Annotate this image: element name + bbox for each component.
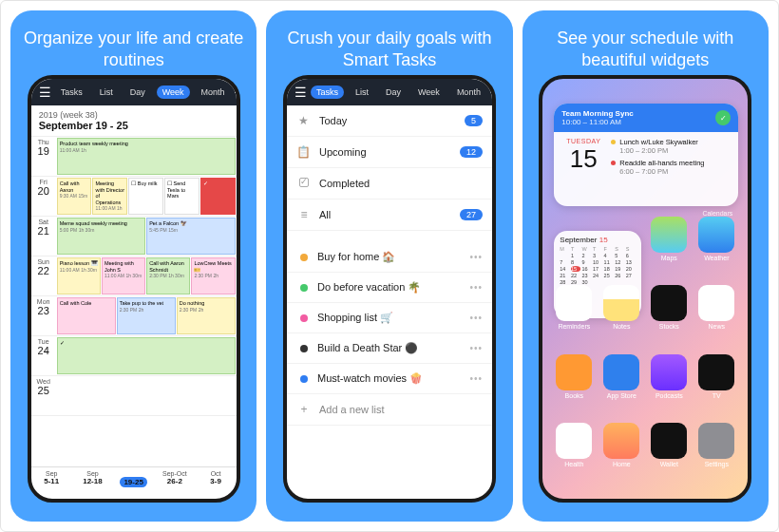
phone-mockup-week: ☰ TasksListDayWeekMonth + 2019 (week 38)… (28, 75, 240, 503)
app-app-store[interactable]: App Store (601, 354, 641, 415)
count-badge: 12 (460, 146, 483, 158)
app-news[interactable]: News (696, 285, 736, 346)
app-icon (556, 423, 592, 459)
widget-event[interactable]: Lunch w/Luke Skywalker1:00 – 2:00 PM (611, 138, 732, 155)
week-footer[interactable]: Sep5-11Sep12-18Sep19-25Sep-Oct26-2Oct3-9 (31, 466, 237, 499)
app-icon (698, 217, 734, 253)
week-selector[interactable]: Sep12-18 (72, 467, 113, 499)
caption: Crush your daily goals with Smart Tasks (266, 24, 512, 75)
event-block[interactable]: Product team weekly meeting11:00 AM 1h (57, 138, 236, 175)
event-block[interactable]: Meeting with John S11:00 AM 1h 30m (102, 257, 145, 294)
event-block[interactable]: ☐ Send Tesla to Mars (164, 178, 200, 215)
promo-panel-3: See your schedule with beautiful widgets… (522, 10, 769, 522)
day-label: Wed25 (31, 376, 56, 415)
app-settings[interactable]: Settings (696, 423, 736, 484)
app-wallet[interactable]: Wallet (649, 423, 689, 484)
app-tv[interactable]: TV (696, 354, 736, 415)
user-list[interactable]: Shopping list 🛒••• (287, 303, 492, 333)
app-podcasts[interactable]: Podcasts (649, 354, 689, 415)
app-icon (556, 354, 592, 390)
more-icon[interactable]: ••• (469, 313, 483, 323)
event-block[interactable]: Piano lesson 🎹11:00 AM 1h 30m (57, 257, 101, 294)
week-row[interactable]: Sat21Meme squad weekly meeting5:00 PM 1h… (31, 217, 237, 256)
tab-week[interactable]: Week (157, 86, 190, 99)
week-selector[interactable]: Sep-Oct26-2 (154, 467, 195, 499)
user-list[interactable]: Do before vacation 🌴••• (287, 273, 492, 303)
week-selector[interactable]: Oct3-9 (195, 467, 236, 499)
tab-month[interactable]: Month (451, 86, 486, 99)
user-list[interactable]: Build a Death Star ⚫••• (287, 333, 492, 364)
event-block[interactable]: ✓ (200, 178, 236, 215)
event-block[interactable]: Call with Aaron9:30 AM 15m (57, 178, 92, 215)
more-icon[interactable]: ••• (469, 252, 483, 262)
week-row[interactable]: Wed25 (31, 376, 237, 416)
user-list[interactable]: Buy for home 🏠••• (287, 242, 492, 273)
tab-week[interactable]: Week (412, 86, 446, 99)
event-block[interactable]: Meme squad weekly meeting5:00 PM 1h 30m (57, 218, 146, 255)
event-block[interactable]: Do nothing2:30 PM 2h (177, 297, 236, 334)
promo-panel-1: Organize your life and create routines ☰… (10, 10, 256, 522)
day-label: Sun22 (31, 256, 56, 295)
widget-title: Team Morning Sync (561, 109, 633, 118)
widget-time: 10:00 – 11:00 AM (561, 118, 633, 126)
more-icon[interactable]: ••• (469, 343, 483, 353)
top-bar: ☰ TasksListDayWeekMonth + (287, 79, 492, 105)
phone-mockup-widgets: Team Morning Sync 10:00 – 11:00 AM ✓ TUE… (539, 75, 751, 503)
week-body[interactable]: Thu19Product team weekly meeting11:00 AM… (31, 137, 237, 466)
smart-list-upcoming[interactable]: 📋Upcoming12 (287, 137, 492, 168)
today-icon: ★ (296, 114, 312, 127)
widget-event[interactable]: Readdle all-hands meeting6:00 – 7:00 PM (611, 159, 732, 176)
menu-icon[interactable]: ☰ (294, 86, 307, 99)
event-block[interactable]: Call with Cole (57, 297, 116, 334)
event-block[interactable]: Meeting with Director of Operations11:00… (92, 178, 127, 215)
app-stocks[interactable]: Stocks (649, 285, 689, 346)
app-maps[interactable]: Maps (649, 217, 689, 277)
add-icon[interactable]: + (235, 86, 240, 99)
week-row[interactable]: Fri20Call with Aaron9:30 AM 15mMeeting w… (31, 177, 237, 217)
app-books[interactable]: Books (554, 354, 594, 415)
tab-list[interactable]: List (350, 86, 374, 99)
add-list[interactable]: +Add a new list (287, 394, 492, 426)
app-notes[interactable]: Notes (601, 285, 641, 346)
event-block[interactable]: ☐ Buy milk (128, 178, 163, 215)
app-icon (603, 285, 639, 321)
tab-tasks[interactable]: Tasks (55, 86, 88, 99)
menu-icon[interactable]: ☰ (39, 86, 51, 99)
weekday: TUESDAY (560, 138, 607, 144)
week-row[interactable]: Sun22Piano lesson 🎹11:00 AM 1h 30mMeetin… (31, 256, 237, 296)
app-icon (651, 285, 687, 321)
event-block[interactable]: Call with Aaron Schmidt2:30 PM 1h 30m (146, 257, 190, 294)
add-icon[interactable]: + (490, 86, 496, 99)
event-block[interactable]: Pet a Falcon 🦅5:45 PM 15m (146, 218, 236, 255)
tab-list[interactable]: List (94, 86, 119, 99)
smart-list-today[interactable]: ★Today5 (287, 105, 492, 137)
app-icon (651, 423, 687, 459)
week-row[interactable]: Tue24✓ (31, 336, 237, 376)
calendars-label: Calendars (702, 210, 732, 217)
week-selector[interactable]: Sep5-11 (31, 467, 72, 499)
user-list[interactable]: Must-watch movies 🍿••• (287, 364, 492, 394)
event-block[interactable]: Take pup to the vet2:30 PM 2h (117, 297, 176, 334)
tab-tasks[interactable]: Tasks (311, 86, 344, 99)
smart-list-completed[interactable]: Completed (287, 168, 492, 200)
event-block[interactable]: ✓ (57, 337, 236, 374)
today-widget[interactable]: Team Morning Sync 10:00 – 11:00 AM ✓ TUE… (554, 104, 738, 206)
week-row[interactable]: Thu19Product team weekly meeting11:00 AM… (31, 137, 237, 177)
event-block[interactable]: LowCrew Meets 🎫2:30 PM 2h (191, 257, 235, 294)
tab-day[interactable]: Day (124, 86, 151, 99)
week-selector[interactable]: Sep19-25 (113, 467, 154, 499)
more-icon[interactable]: ••• (469, 373, 483, 384)
week-row[interactable]: Mon23Call with ColeTake pup to the vet2:… (31, 296, 237, 336)
app-weather[interactable]: Weather (696, 217, 736, 277)
caption: See your schedule with beautiful widgets (522, 24, 769, 75)
smart-list-all[interactable]: ≡All27 (287, 200, 492, 231)
tab-day[interactable]: Day (380, 86, 407, 99)
app-health[interactable]: Health (554, 423, 594, 484)
app-reminders[interactable]: Reminders (554, 285, 594, 346)
plus-icon: + (296, 403, 312, 416)
day-number: 15 (560, 144, 607, 174)
all-icon: ≡ (296, 208, 312, 221)
app-home[interactable]: Home (601, 423, 641, 484)
more-icon[interactable]: ••• (469, 282, 483, 293)
tab-month[interactable]: Month (196, 86, 231, 99)
